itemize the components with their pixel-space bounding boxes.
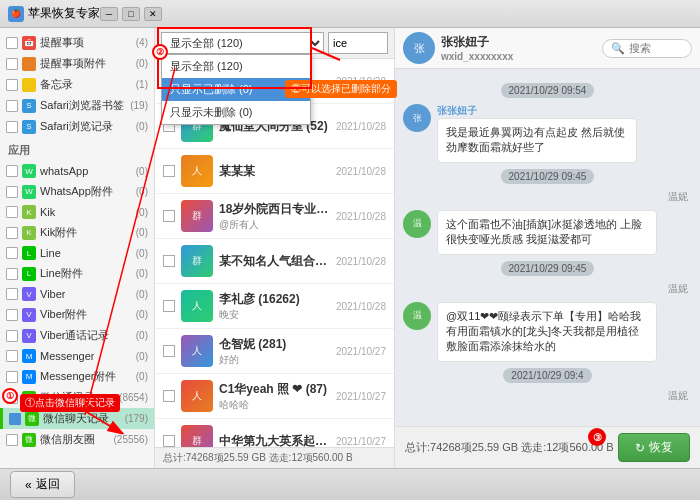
- middle-toolbar: 显示全部 (120) 只显示已删除 (0) 只显示未删除 (0) 显示全部 (1…: [155, 28, 394, 59]
- date-header-3: 2021/10/29 09:45: [403, 261, 692, 276]
- sidebar-item-messenger-att[interactable]: M Messenger附件 (0): [0, 366, 154, 387]
- sidebar-cb-wechat-msg[interactable]: [6, 392, 18, 404]
- date-header-2: 2021/10/29 09:45: [403, 169, 692, 184]
- sidebar-item-kik-att[interactable]: K Kik附件 (0): [0, 222, 154, 243]
- sidebar-item-whatsapp-att[interactable]: W WhatsApp附件 (0): [0, 181, 154, 202]
- sidebar-item-kik[interactable]: K Kik (0): [0, 202, 154, 222]
- sidebar-label-wechat-msg: 微信通讯录: [40, 390, 95, 405]
- msg-bubble-2: 这个面霜也不油[插旗]冰挺渗透地的 上脸很快变哑光质感 我挺滋爱都可: [437, 210, 657, 255]
- sidebar-item-wechat-chat[interactable]: 微 微信聊天记录 (179): [0, 408, 154, 429]
- back-button[interactable]: « 返回: [10, 471, 75, 498]
- chat-item-7[interactable]: 人 仓智妮 (281) 好的 2021/10/27: [155, 329, 394, 374]
- chat-avatar-3: 人: [181, 155, 213, 187]
- date-text-2: 2021/10/29 09:45: [501, 169, 595, 184]
- chat-item-5[interactable]: 群 某不知名人气组合 (165) 2021/10/28: [155, 239, 394, 284]
- dropdown-item-hide-deleted[interactable]: 只显示未删除 (0): [162, 101, 310, 124]
- chat-cb-9[interactable]: [163, 435, 175, 447]
- search-input[interactable]: [328, 32, 388, 54]
- sidebar-item-viber-call[interactable]: V Viber通话记录 (0): [0, 325, 154, 346]
- sidebar-item-whatsapp[interactable]: W whatsApp (0): [0, 161, 154, 181]
- sidebar-cb-kik-att[interactable]: [6, 227, 18, 239]
- chat-info-5: 某不知名人气组合 (165): [219, 253, 330, 270]
- sidebar-cb-safari-hist[interactable]: [6, 121, 18, 133]
- sidebar-cb-notes[interactable]: [6, 79, 18, 91]
- sidebar-cb-viber[interactable]: [6, 288, 18, 300]
- sidebar-count-viber-call: (0): [136, 330, 148, 341]
- chat-cb-4[interactable]: [163, 210, 175, 222]
- sidebar-cb-whatsapp-att[interactable]: [6, 186, 18, 198]
- sidebar-item-reminder-att[interactable]: 提醒事项附件 (0): [0, 53, 154, 74]
- chat-date-9: 2021/10/27: [336, 436, 386, 447]
- sidebar-item-safari-bm[interactable]: S Safari浏览器书签 (19): [0, 95, 154, 116]
- sidebar-cb-line[interactable]: [6, 247, 18, 259]
- chat-cb-7[interactable]: [163, 345, 175, 357]
- sidebar-cb-kik[interactable]: [6, 206, 18, 218]
- sidebar-cb-viber-call[interactable]: [6, 330, 18, 342]
- chat-cb-5[interactable]: [163, 255, 175, 267]
- sidebar-label-wechat-chat: 微信聊天记录: [43, 411, 109, 426]
- sidebar-count-wechat-msg: (8654): [119, 392, 148, 403]
- sidebar-cb-safari-bm[interactable]: [6, 100, 18, 112]
- sidebar-cb-messenger[interactable]: [6, 350, 18, 362]
- chat-name-5: 某不知名人气组合 (165): [219, 253, 330, 270]
- sidebar-count-calendars: (4): [136, 37, 148, 48]
- chat-avatar-5: 群: [181, 245, 213, 277]
- sidebar-item-wechat-moment[interactable]: 微 微信朋友圈 (25556): [0, 429, 154, 450]
- sidebar-cb-viber-att[interactable]: [6, 309, 18, 321]
- contact-name-header: 张张妞子 wxid_xxxxxxxx: [441, 34, 513, 62]
- sidebar-item-viber[interactable]: V Viber (0): [0, 284, 154, 304]
- sidebar-item-line[interactable]: L Line (0): [0, 243, 154, 263]
- annotation-circle-3: ③: [588, 428, 606, 446]
- sidebar-item-wechat-msg[interactable]: 微 微信通讯录 (8654): [0, 387, 154, 408]
- sidebar-count-viber: (0): [136, 289, 148, 300]
- chat-info-8: C1华yeah 照 ❤ (87) 哈哈哈: [219, 381, 330, 412]
- sidebar-cb-whatsapp[interactable]: [6, 165, 18, 177]
- sidebar-cb-line-att[interactable]: [6, 268, 18, 280]
- sidebar-cb-wechat-chat[interactable]: [9, 413, 21, 425]
- sidebar-item-line-att[interactable]: L Line附件 (0): [0, 263, 154, 284]
- sidebar-cb-wechat-moment[interactable]: [6, 434, 18, 446]
- sidebar-cb-calendars[interactable]: [6, 37, 18, 49]
- chat-cb-8[interactable]: [163, 390, 175, 402]
- sidebar-count-kik: (0): [136, 207, 148, 218]
- sidebar-count-wechat-moment: (25556): [114, 434, 148, 445]
- sidebar-cb-messenger-att[interactable]: [6, 371, 18, 383]
- filter-select[interactable]: 显示全部 (120) 只显示已删除 (0) 只显示未删除 (0): [161, 32, 324, 54]
- sidebar-count-line: (0): [136, 248, 148, 259]
- close-button[interactable]: ✕: [144, 7, 162, 21]
- sidebar-item-viber-att[interactable]: V Viber附件 (0): [0, 304, 154, 325]
- contact-avatar: 张: [403, 32, 435, 64]
- sidebar-count-safari-hist: (0): [136, 121, 148, 132]
- restore-button[interactable]: ↻ 恢复: [618, 433, 690, 462]
- chat-messages: 2021/10/29 09:54 张 张张妞子 我是最近鼻翼两边有点起皮 然后就…: [395, 69, 700, 426]
- main-layout: 📅 提醒事项 (4) 提醒事项附件 (0) 备忘录 (1) S Safari浏览…: [0, 28, 700, 468]
- sidebar-item-calendars[interactable]: 📅 提醒事项 (4): [0, 32, 154, 53]
- app-title: 苹果恢复专家: [28, 5, 100, 22]
- sidebar-label-viber-att: Viber附件: [40, 307, 87, 322]
- back-label: 返回: [36, 476, 60, 493]
- right-search-input[interactable]: [629, 42, 684, 54]
- maximize-button[interactable]: □: [122, 7, 140, 21]
- minimize-button[interactable]: ─: [100, 7, 118, 21]
- chat-item-4[interactable]: 群 18岁外院西日专业 (1193) @所有人 2021/10/28: [155, 194, 394, 239]
- chat-item-8[interactable]: 人 C1华yeah 照 ❤ (87) 哈哈哈 2021/10/27: [155, 374, 394, 419]
- dropdown-item-all[interactable]: 显示全部 (120): [162, 55, 310, 78]
- chat-item-6[interactable]: 人 李礼彦 (16262) 晚安 2021/10/28: [155, 284, 394, 329]
- bottom-nav: « 返回: [0, 468, 700, 500]
- right-search-box[interactable]: 🔍: [602, 39, 692, 58]
- sidebar-item-safari-hist[interactable]: S Safari浏览记录 (0): [0, 116, 154, 137]
- messenger-icon: M: [22, 349, 36, 363]
- sidebar-item-messenger[interactable]: M Messenger (0): [0, 346, 154, 366]
- wechat-msg-icon: 微: [22, 391, 36, 405]
- chat-cb-6[interactable]: [163, 300, 175, 312]
- chat-item-3[interactable]: 人 某某某 2021/10/28: [155, 149, 394, 194]
- sidebar-cb-reminder-att[interactable]: [6, 58, 18, 70]
- msg-bubble-3: @双11❤❤颐绿表示下单【专用】哈哈我有用面霜镇水的[龙头]冬天我都是用植径敷脸…: [437, 302, 657, 362]
- chat-cb-3[interactable]: [163, 165, 175, 177]
- sidebar-label-safari-bm: Safari浏览器书签: [40, 98, 124, 113]
- chat-date-4: 2021/10/28: [336, 211, 386, 222]
- msg-content-3: @双11❤❤颐绿表示下单【专用】哈哈我有用面霜镇水的[龙头]冬天我都是用植径敷脸…: [437, 302, 657, 362]
- filter-row: 显示全部 (120) 只显示已删除 (0) 只显示未删除 (0): [161, 32, 388, 54]
- chat-item-9[interactable]: 群 中华第九大英系起跑地❤❤ (780) 2021/10/27: [155, 419, 394, 447]
- sidebar-item-notes[interactable]: 备忘录 (1): [0, 74, 154, 95]
